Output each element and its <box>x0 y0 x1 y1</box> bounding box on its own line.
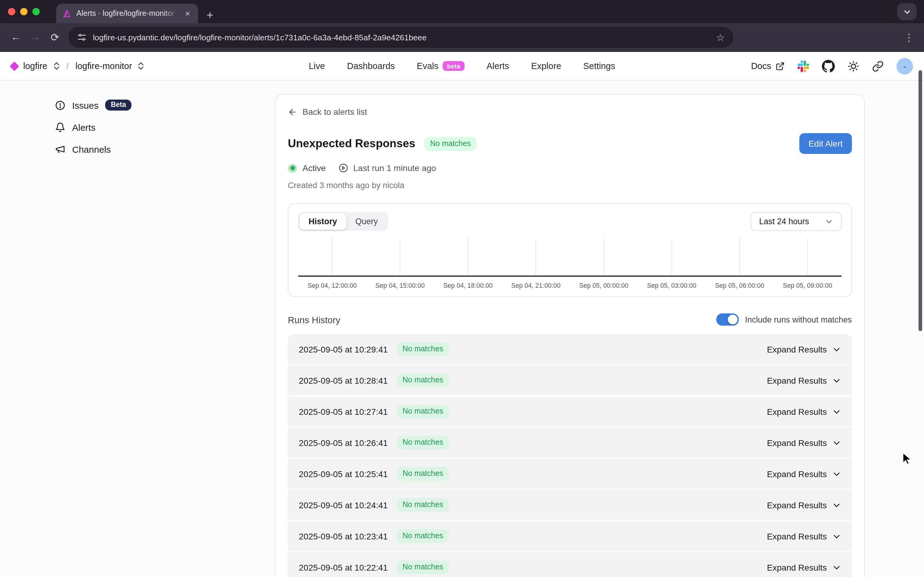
expand-results-button[interactable]: Expand Results <box>767 438 841 448</box>
run-timestamp: 2025-09-05 at 10:22:41 <box>299 562 388 572</box>
chevron-down-icon <box>903 8 911 16</box>
tab-close-icon[interactable]: × <box>183 8 192 18</box>
run-timestamp: 2025-09-05 at 10:24:41 <box>299 500 388 510</box>
time-range-select[interactable]: Last 24 hours <box>750 212 842 231</box>
github-icon[interactable] <box>822 60 835 73</box>
page-scrollbar-thumb[interactable] <box>919 70 922 331</box>
chevron-down-icon <box>832 407 841 416</box>
history-query-tabs: History Query <box>298 212 389 231</box>
breadcrumb: logfire / logfire-monitor <box>11 61 144 71</box>
tab-query[interactable]: Query <box>346 213 387 230</box>
breadcrumb-slash: / <box>66 61 69 71</box>
run-row: 2025-09-05 at 10:29:41 No matches Expand… <box>288 334 852 365</box>
org-name[interactable]: logfire <box>23 61 47 71</box>
run-row: 2025-09-05 at 10:22:41 No matches Expand… <box>288 552 852 577</box>
nav-dashboards[interactable]: Dashboards <box>347 61 395 71</box>
x-tick: Sep 04, 21:00:00 <box>502 282 570 289</box>
x-tick: Sep 04, 18:00:00 <box>434 282 502 289</box>
last-run-label: Last run 1 minute ago <box>353 163 436 173</box>
new-tab-button[interactable]: + <box>206 9 213 21</box>
sidebar-item-alerts[interactable]: Alerts <box>55 116 238 138</box>
tab-search-button[interactable] <box>897 3 917 20</box>
sidebar: Issues Beta Alerts Channels <box>55 94 238 160</box>
include-runs-toggle[interactable] <box>716 313 739 326</box>
include-runs-toggle-group: Include runs without matches <box>716 313 852 326</box>
page-title: Unexpected Responses <box>288 137 415 150</box>
run-row: 2025-09-05 at 10:25:41 No matches Expand… <box>288 459 852 490</box>
expand-results-button[interactable]: Expand Results <box>767 406 841 416</box>
browser-forward-button[interactable]: → <box>26 27 45 47</box>
expand-results-button[interactable]: Expand Results <box>767 562 841 572</box>
created-by-text: Created 3 months ago by nicola <box>288 181 852 190</box>
slack-icon[interactable] <box>798 60 809 72</box>
nav-settings[interactable]: Settings <box>583 61 615 71</box>
sidebar-item-label: Channels <box>72 144 111 154</box>
x-tick: Sep 05, 06:00:00 <box>706 282 774 289</box>
browser-reload-button[interactable]: ⟳ <box>45 27 65 47</box>
share-link-icon[interactable] <box>872 60 884 72</box>
tab-history[interactable]: History <box>300 213 346 230</box>
nav-alerts[interactable]: Alerts <box>487 61 509 71</box>
org-switcher-icon[interactable] <box>53 62 60 70</box>
run-row: 2025-09-05 at 10:27:41 No matches Expand… <box>288 396 852 428</box>
close-window-button[interactable] <box>8 8 15 15</box>
theme-sun-icon[interactable] <box>848 60 859 72</box>
sidebar-item-channels[interactable]: Channels <box>55 138 238 160</box>
url-bar[interactable]: logfire-us.pydantic.dev/logfire/logfire-… <box>68 27 733 48</box>
site-settings-icon[interactable] <box>77 32 87 42</box>
expand-results-button[interactable]: Expand Results <box>767 531 841 541</box>
minimize-window-button[interactable] <box>20 8 27 15</box>
project-name[interactable]: logfire-monitor <box>76 61 132 71</box>
sidebar-item-label: Alerts <box>72 122 96 132</box>
user-avatar[interactable]: - <box>897 58 913 74</box>
chevron-down-icon <box>832 563 841 572</box>
expand-results-button[interactable]: Expand Results <box>767 469 841 479</box>
screen: Alerts · logfire/logfire-monitor × + ← →… <box>0 0 924 577</box>
browser-toolbar: ← → ⟳ logfire-us.pydantic.dev/logfire/lo… <box>0 23 924 52</box>
run-status-badge: No matches <box>396 405 449 419</box>
back-to-alerts-link[interactable]: Back to alerts list <box>288 107 852 117</box>
chevron-down-icon <box>832 532 841 540</box>
run-status-badge: No matches <box>396 342 449 356</box>
nav-explore[interactable]: Explore <box>531 61 561 71</box>
logfire-favicon-icon <box>62 9 71 18</box>
history-chart-plot <box>298 238 842 277</box>
chevron-down-icon <box>832 376 841 385</box>
nav-live[interactable]: Live <box>309 61 325 71</box>
edit-alert-button[interactable]: Edit Alert <box>799 133 852 154</box>
sidebar-item-issues[interactable]: Issues Beta <box>55 94 238 116</box>
expand-results-button[interactable]: Expand Results <box>767 344 841 354</box>
run-row: 2025-09-05 at 10:26:41 No matches Expand… <box>288 428 852 459</box>
runs-history-title: Runs History <box>288 314 340 325</box>
chevron-down-icon <box>825 218 833 226</box>
run-row: 2025-09-05 at 10:24:41 No matches Expand… <box>288 490 852 521</box>
arrow-left-icon <box>288 107 297 116</box>
docs-link[interactable]: Docs <box>751 61 785 71</box>
browser-tabstrip: Alerts · logfire/logfire-monitor × + <box>0 0 924 23</box>
bookmark-star-icon[interactable]: ☆ <box>716 31 725 43</box>
project-switcher-icon[interactable] <box>137 62 144 70</box>
tab-title: Alerts · logfire/logfire-monitor <box>76 9 179 18</box>
browser-back-button[interactable]: ← <box>6 27 26 47</box>
last-run: Last run 1 minute ago <box>339 163 436 173</box>
browser-tab[interactable]: Alerts · logfire/logfire-monitor × <box>56 4 198 23</box>
browser-menu-icon[interactable]: ⋮ <box>901 31 918 43</box>
x-tick: Sep 05, 03:00:00 <box>638 282 706 289</box>
header-actions: Docs - <box>751 58 913 74</box>
zoom-window-button[interactable] <box>32 8 40 15</box>
run-status-badge: No matches <box>396 498 449 512</box>
expand-results-button[interactable]: Expand Results <box>767 500 841 510</box>
active-label: Active <box>303 163 326 173</box>
x-tick: Sep 05, 09:00:00 <box>774 282 842 289</box>
x-tick: Sep 04, 12:00:00 <box>298 282 366 289</box>
evals-beta-badge: beta <box>443 61 464 71</box>
alert-status-row: Active Last run 1 minute ago <box>288 163 852 173</box>
expand-results-button[interactable]: Expand Results <box>767 376 841 385</box>
nav-evals[interactable]: Evalsbeta <box>417 61 464 71</box>
alert-detail-panel: Back to alerts list Unexpected Responses… <box>275 94 865 577</box>
run-timestamp: 2025-09-05 at 10:25:41 <box>299 469 388 479</box>
chevron-down-icon <box>832 501 841 509</box>
run-status-badge: No matches <box>396 373 449 387</box>
runs-list: 2025-09-05 at 10:29:41 No matches Expand… <box>288 334 852 577</box>
chevron-down-icon <box>832 469 841 478</box>
